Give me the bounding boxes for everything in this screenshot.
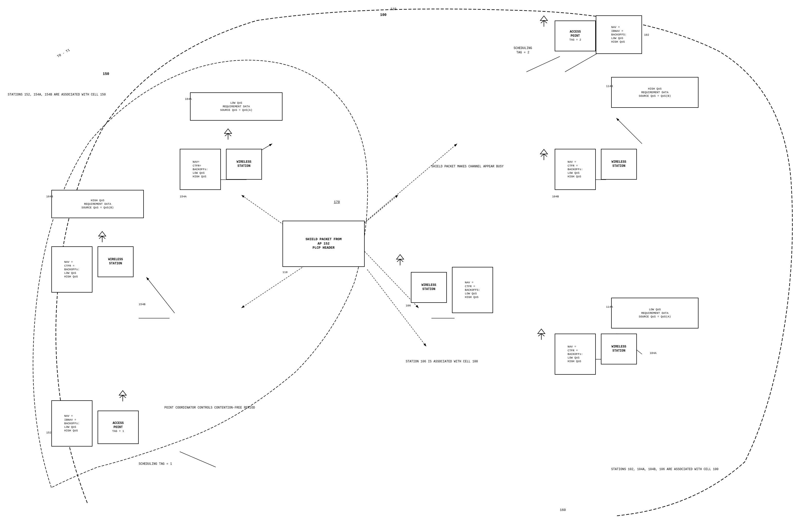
ap-152-label: ACCESS POINT	[112, 421, 124, 429]
svg-line-7	[180, 452, 216, 467]
svg-marker-44	[119, 391, 126, 395]
ws-104a-label: WIRELESS STATION	[612, 345, 626, 353]
label-104a: 104A	[650, 351, 656, 355]
svg-line-46	[397, 259, 400, 262]
label-154a: 154A	[180, 195, 187, 198]
antenna-106	[395, 254, 405, 265]
svg-line-35	[228, 133, 231, 136]
ws-104b-nav: NAV = CTFR = BACKOFFs: LOW QoS HIGH QoS	[555, 149, 596, 190]
cell-150-label: 150	[103, 72, 109, 76]
antenna-104b	[539, 149, 548, 160]
diagram-container: ACCESS POINT TAG = 2 NAV = IBNAV = BACKO…	[0, 0, 812, 523]
ws-104a-nav-label: NAV = CTFR = BACKOFFs: LOW QoS HIGH QoS	[567, 345, 583, 363]
high-qos-114b: HIGH QoS REQUIREMENT DATA SOURCE QoS = Q…	[611, 77, 699, 108]
svg-line-14	[354, 144, 457, 231]
ws-154b: WIRELESS STATION	[98, 246, 134, 277]
ws-104b-label: WIRELESS STATION	[612, 160, 626, 168]
ap-102-nav-label: NAV = IBNAV = BACKOFFS: LOW QoS HIGH QoS	[611, 25, 626, 43]
scheduling-tag-2: SCHEDULING TAG = 2	[514, 46, 532, 55]
svg-marker-48	[396, 255, 404, 259]
label-106: 106	[406, 304, 411, 307]
ap-152-nav-label: NAV = IBNAV = BACKOFFs: LOW QoS HIGH QoS	[64, 414, 80, 432]
svg-line-39	[102, 236, 105, 239]
point-coordinator: POINT COORDINATOR CONTROLS CONTENTION-FR…	[164, 405, 255, 410]
scheduling-tag-1: SCHEDULING TAG = 1	[139, 462, 172, 466]
cell-100-number: 100	[380, 13, 387, 17]
shield-makes-busy: SHIELD PACKET MAKES CHANNEL APPEAR BUSY	[431, 164, 504, 169]
ap-102-label: ACCESS POINT	[569, 30, 581, 38]
ap-102-tag: TAG = 2	[569, 38, 581, 41]
low-qos-114a-label: LOW QoS REQUIREMENT DATA SOURCE QoS = Qo…	[639, 308, 671, 319]
ws-104a-nav: NAV = CTFR = BACKOFFs: LOW QoS HIGH QoS	[555, 333, 596, 375]
svg-line-3	[241, 262, 311, 308]
svg-marker-28	[540, 149, 547, 154]
antenna-104a	[537, 328, 546, 340]
high-qos-164b: HIGH QoS REQUIREMENT DATA SOURCE QoS = Q…	[51, 190, 144, 218]
antenna-154b	[98, 231, 107, 242]
shield-packet-label: SHIELD PACKET FROM AP 152 PLCP HEADER	[305, 237, 341, 251]
label-118: 118	[282, 271, 288, 274]
station-106-assoc: STATION 106 IS ASSOCIATED WITH CELL 100	[406, 359, 478, 364]
ws-154a: WIRELESS STATION	[226, 149, 262, 180]
ap-152: ACCESS POINT TAG = 1	[98, 411, 139, 444]
ws-106: WIRELESS STATION	[411, 272, 447, 303]
antenna-ap102	[539, 15, 548, 27]
svg-line-47	[400, 259, 403, 262]
svg-line-8	[565, 51, 601, 72]
ws-104a: WIRELESS STATION	[601, 333, 637, 364]
svg-marker-40	[99, 232, 106, 236]
ws-154b-nav-label: NAV = CTFR = BACKOFFs: LOW QoS HIGH QoS	[64, 260, 80, 278]
svg-line-23	[544, 20, 547, 23]
label-114b: 114B	[606, 85, 613, 88]
svg-line-13	[526, 56, 560, 72]
svg-marker-32	[538, 329, 545, 333]
svg-line-26	[541, 154, 544, 157]
ws-106-label: WIRELESS STATION	[421, 283, 436, 291]
svg-line-42	[120, 395, 123, 398]
high-qos-114b-label: HIGH QoS REQUIREMENT DATA SOURCE QoS = Q…	[639, 87, 671, 98]
ws-106-nav-label: NAV = CTFR = BACKOFFS: LOW QoS HIGH QoS	[465, 281, 480, 299]
svg-line-43	[123, 395, 126, 398]
ws-154b-nav: NAV = CTFR = BACKOFFs: LOW QoS HIGH QoS	[51, 246, 92, 292]
high-qos-164b-label: HIGH QoS REQUIREMENT DATA SOURCE QoS = Q…	[82, 199, 113, 210]
svg-line-10	[146, 277, 175, 313]
stations-right-assoc: STATIONS 102, 104A, 104B, 106 ARE ASSOCI…	[611, 467, 719, 472]
ws-154a-label: WIRELESS STATION	[236, 160, 251, 168]
svg-marker-24	[540, 16, 547, 20]
low-qos-164a-label: LOW QoS REQUIREMENT DATA SOURCE QoS = Qo…	[220, 101, 252, 112]
antenna-ap152	[118, 390, 127, 401]
shield-packet-box: SHIELD PACKET FROM AP 152 PLCP HEADER	[282, 221, 365, 267]
label-164b: 164B	[46, 195, 53, 198]
label-152: 152	[46, 431, 51, 434]
ap-152-nav: NAV = IBNAV = BACKOFFs: LOW QoS HIGH QoS	[51, 400, 92, 447]
ws-154b-label: WIRELESS STATION	[108, 258, 123, 266]
label-170: 170	[334, 200, 340, 204]
ws-104b: WIRELESS STATION	[601, 149, 637, 180]
svg-line-38	[99, 236, 102, 239]
label-164a: 164A	[185, 97, 192, 101]
label-114a: 114A	[606, 305, 613, 308]
ws-104b-nav-label: NAV = CTFR = BACKOFFs: LOW QoS HIGH QoS	[567, 160, 583, 178]
label-104b: 104B	[552, 195, 559, 198]
svg-line-4	[365, 252, 419, 308]
svg-line-30	[538, 333, 541, 336]
label-154b: 154B	[139, 303, 145, 306]
low-qos-164a: LOW QoS REQUIREMENT DATA SOURCE QoS = Qo…	[190, 92, 282, 121]
time-label: T0 - T1	[56, 48, 71, 58]
ws-106-nav: NAV = CTFR = BACKOFFS: LOW QoS HIGH QoS	[452, 267, 493, 313]
ap-152-tag: TAG = 1	[112, 429, 124, 433]
label-102: 102	[644, 33, 649, 36]
svg-line-31	[541, 333, 544, 336]
ws-154a-nav-label: NAV= CTFR= BACKOFFs: LOW QoS HIGH QoS	[193, 160, 208, 178]
svg-marker-36	[225, 129, 232, 133]
stations-left-assoc: STATIONS 152, 154A, 154B ARE ASSOCIATED …	[8, 92, 106, 97]
access-point-102: ACCESS POINT TAG = 2	[555, 20, 596, 51]
svg-line-22	[541, 20, 544, 23]
boundary-110: 110	[390, 7, 396, 11]
antenna-154a	[224, 128, 233, 140]
svg-line-34	[225, 133, 228, 136]
low-qos-114a: LOW QoS REQUIREMENT DATA SOURCE QoS = Qo…	[611, 298, 699, 328]
ws-154a-nav: NAV= CTFR= BACKOFFs: LOW QoS HIGH QoS	[180, 149, 221, 190]
ap-102-nav: NAV = IBNAV = BACKOFFS: LOW QoS HIGH QoS	[596, 15, 642, 54]
svg-line-11	[616, 118, 642, 144]
